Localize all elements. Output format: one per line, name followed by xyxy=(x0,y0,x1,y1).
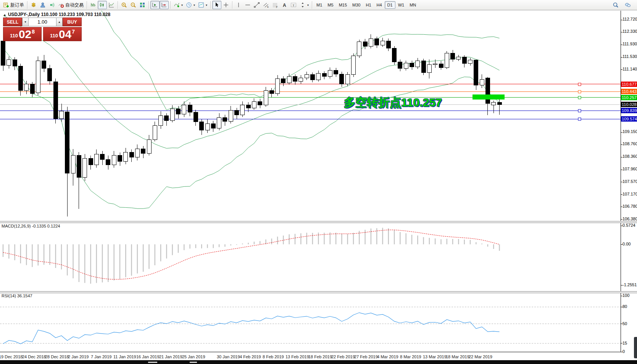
rsi-tick-label: 100 xyxy=(622,293,629,298)
timeframe-h4-button[interactable]: H4 xyxy=(374,1,385,9)
templates-button[interactable]: ▾ xyxy=(197,1,209,9)
cursor-button[interactable] xyxy=(212,1,221,9)
buy-price-sup: 7 xyxy=(72,29,75,35)
text-label-button[interactable]: T xyxy=(289,1,298,9)
price-tick-label: 111.140 xyxy=(622,67,637,71)
arrows-button[interactable]: ▾ xyxy=(298,1,310,9)
text-a-icon: A xyxy=(281,2,287,8)
rsi-indicator-label: RSI(14) 36.1547 xyxy=(2,293,32,298)
fibonacci-button[interactable]: F xyxy=(271,1,280,9)
svg-text:A: A xyxy=(283,3,286,8)
equidistant-channel-button[interactable]: E xyxy=(261,1,271,9)
buy-price-panel[interactable]: 110047 xyxy=(43,27,82,41)
sell-button[interactable]: SELL xyxy=(3,18,22,26)
text-button[interactable]: A xyxy=(280,1,289,9)
periods-icon xyxy=(186,2,192,8)
macd-tick-label: 0.00 xyxy=(622,242,631,246)
level-handle xyxy=(578,118,581,120)
search-icon xyxy=(613,2,619,8)
price-tick-label: 111.530 xyxy=(622,54,637,59)
buy-price-big: 04 xyxy=(59,29,71,40)
level-handle xyxy=(578,109,581,112)
volume-increase-button[interactable]: ▲ xyxy=(56,18,63,26)
date-tick-label: 4 Mar 2019 xyxy=(377,354,398,359)
trend-line-icon xyxy=(254,2,260,8)
timeframe-h1-button[interactable]: H1 xyxy=(363,1,374,9)
autotrading-button[interactable]: 自动交易 xyxy=(56,1,85,9)
toolbar-separator xyxy=(27,1,27,9)
scroll-thumb[interactable] xyxy=(634,337,637,358)
timeframe-m15-button[interactable]: M15 xyxy=(336,1,350,9)
trendline-button[interactable] xyxy=(252,1,261,9)
toolbar-separator xyxy=(87,1,87,9)
price-level-label: 110.677 xyxy=(621,82,637,87)
toolbar-right xyxy=(611,1,635,9)
timeframe-d1-button[interactable]: D1 xyxy=(385,1,395,9)
line-chart-button[interactable] xyxy=(107,1,116,9)
auto-scroll-button[interactable] xyxy=(150,1,160,9)
date-tick-label: 28 Dec 2018 xyxy=(45,354,69,359)
svg-text:E: E xyxy=(267,6,269,8)
vertical-line-button[interactable] xyxy=(234,1,243,9)
price-tick-label: 108.760 xyxy=(622,141,637,146)
horizontal-levels xyxy=(0,84,621,119)
candlestick-chart-button[interactable] xyxy=(98,1,107,9)
toolbar-separator xyxy=(170,1,171,9)
layouts-icon xyxy=(31,2,37,8)
charts-layout-button[interactable] xyxy=(29,1,38,9)
date-tick-label: 30 Jan 2019 xyxy=(217,354,240,359)
chart-title: ▲USDJPY-,Daily 110.100 110.233 109.703 1… xyxy=(3,12,110,17)
price-tick-label: 112.720 xyxy=(622,17,637,21)
macd-tick-label: 0.5724 xyxy=(622,223,635,228)
timeframe-m30-button[interactable]: M30 xyxy=(350,1,363,9)
timeframe-w1-button[interactable]: W1 xyxy=(395,1,407,9)
date-tick-label: 2 Jan 2019 xyxy=(68,354,89,359)
tile-windows-button[interactable] xyxy=(138,1,147,9)
rsi-tick-label: 50 xyxy=(622,321,627,326)
v-line-icon xyxy=(235,2,242,8)
buy-button[interactable]: BUY xyxy=(63,18,82,26)
date-tick-label: 8 Feb 2019 xyxy=(263,354,284,359)
chart-canvas xyxy=(0,0,637,364)
crosshair-button[interactable] xyxy=(221,1,231,9)
date-tick-label: 11 Jan 2019 xyxy=(113,354,136,359)
horizontal-line-button[interactable] xyxy=(243,1,252,9)
date-tick-label: 8 Mar 2019 xyxy=(400,354,421,359)
signals-button[interactable] xyxy=(47,1,56,9)
chevron-down-icon: ▾ xyxy=(194,3,195,7)
new-order-button[interactable]: 新订单 xyxy=(2,1,26,9)
cursor-icon xyxy=(214,2,220,8)
price-tick-label: 106.780 xyxy=(622,204,637,208)
level-handle xyxy=(578,90,581,93)
sell-price-prefix: 110 xyxy=(10,33,18,38)
zoom-in-button[interactable] xyxy=(119,1,129,9)
community-chat-button[interactable] xyxy=(623,1,632,9)
profile-button[interactable] xyxy=(38,1,47,9)
panel-splitter-rsi[interactable] xyxy=(0,291,637,293)
svg-text:F: F xyxy=(276,6,278,8)
timeframe-m1-button[interactable]: M1 xyxy=(314,1,325,9)
zoom-out-button[interactable] xyxy=(129,1,138,9)
search-button[interactable] xyxy=(611,1,620,9)
date-tick-label: 13 Mar 2019 xyxy=(423,354,447,359)
buy-price-prefix: 110 xyxy=(50,33,58,38)
sell-price-panel[interactable]: 110028 xyxy=(3,27,42,41)
indicators-button[interactable]: ▾ xyxy=(172,1,184,9)
macd-indicator-label: MACD(12,26,9) -0.1335 0.1224 xyxy=(2,224,60,228)
autotrading-button-label: 自动交易 xyxy=(65,2,84,8)
volume-input[interactable] xyxy=(29,18,56,26)
timeframe-mn-button[interactable]: MN xyxy=(407,1,419,9)
bar-chart-button[interactable] xyxy=(89,1,98,9)
volume-decrease-button[interactable]: ▼ xyxy=(22,18,29,26)
price-level-label: 110.028 xyxy=(621,102,637,107)
periods-button[interactable]: ▾ xyxy=(184,1,197,9)
date-tick-label: 18 Mar 2019 xyxy=(446,354,469,359)
axis-frame xyxy=(0,11,622,352)
collapse-arrow-icon[interactable]: ▲ xyxy=(3,13,6,17)
timeframe-m5-button[interactable]: M5 xyxy=(325,1,336,9)
chart-title-text: USDJPY-,Daily 110.100 110.233 109.703 11… xyxy=(8,12,110,17)
panel-splitter-macd[interactable] xyxy=(0,221,637,223)
chart-shift-button[interactable] xyxy=(160,1,169,9)
signals-icon xyxy=(49,2,55,8)
rsi-tick-label: 0 xyxy=(622,349,625,354)
